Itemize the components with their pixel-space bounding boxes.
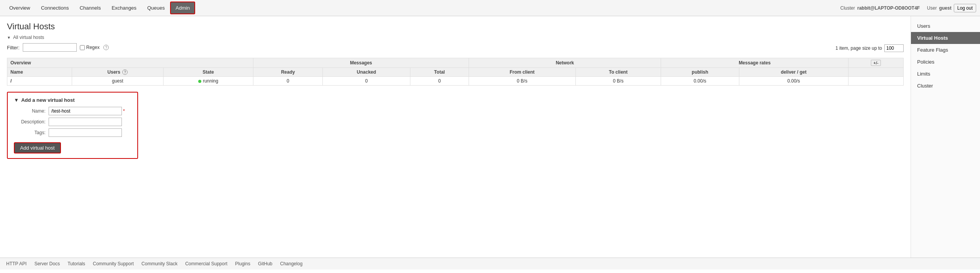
nav-item-overview[interactable]: Overview <box>4 1 35 15</box>
cell-actions <box>848 77 904 86</box>
sidebar-item-policies[interactable]: Policies <box>911 56 980 68</box>
regex-checkbox[interactable] <box>80 45 85 50</box>
cell-publish: 0.00/s <box>661 77 739 86</box>
col-unacked: Unacked <box>323 68 410 77</box>
col-group-network: Network <box>469 58 661 68</box>
tags-label: Tags: <box>14 130 49 135</box>
main-layout: Virtual Hosts ▼ All virtual hosts Filter… <box>0 16 980 258</box>
name-input[interactable] <box>49 107 122 115</box>
filter-input[interactable] <box>23 43 77 52</box>
plus-minus-button[interactable]: +/- <box>871 60 880 66</box>
sidebar-item-cluster[interactable]: Cluster <box>911 80 980 92</box>
sidebar: UsersVirtual HostsFeature FlagsPoliciesL… <box>911 16 980 258</box>
tags-row: Tags: <box>14 128 131 137</box>
nav-right: Cluster rabbit@LAPTOP-OD8OOT4F User gues… <box>840 4 976 12</box>
section-header: ▼ All virtual hosts <box>7 35 904 40</box>
cell-deliver-get: 0.00/s <box>739 77 848 86</box>
vhost-table: Overview Messages Network Message rates … <box>7 58 904 86</box>
nav-item-exchanges[interactable]: Exchanges <box>106 1 142 15</box>
col-group-messages: Messages <box>253 58 469 68</box>
table-row: / guest running 0 0 0 0 B/s 0 B/s 0.00/s… <box>7 77 904 86</box>
sidebar-item-virtual-hosts[interactable]: Virtual Hosts <box>911 32 980 44</box>
add-vhost-title-text: Add a new virtual host <box>21 97 75 103</box>
sidebar-item-limits[interactable]: Limits <box>911 68 980 80</box>
col-deliver-get: deliver / get <box>739 68 848 77</box>
cell-name[interactable]: / <box>7 77 72 86</box>
required-star: * <box>123 108 125 114</box>
footer-link-changelog[interactable]: Changelog <box>280 261 302 266</box>
footer: HTTP APIServer DocsTutorialsCommunity Su… <box>0 258 980 270</box>
sidebar-item-users[interactable]: Users <box>911 20 980 32</box>
name-row: Name: * <box>14 107 131 115</box>
cell-unacked: 0 <box>323 77 410 86</box>
col-publish: publish <box>661 68 739 77</box>
top-nav: OverviewConnectionsChannelsExchangesQueu… <box>0 0 980 16</box>
form-collapse-arrow[interactable]: ▼ <box>14 97 19 103</box>
plus-minus-cell[interactable]: +/- <box>848 58 904 68</box>
page-title: Virtual Hosts <box>7 22 904 32</box>
footer-link-community-slack[interactable]: Community Slack <box>142 261 177 266</box>
cluster-name: rabbit@LAPTOP-OD8OOT4F <box>857 5 920 11</box>
cell-total: 0 <box>410 77 469 86</box>
users-help-icon[interactable]: ? <box>122 69 128 75</box>
nav-item-connections[interactable]: Connections <box>35 1 74 15</box>
page-size-input[interactable] <box>884 44 904 52</box>
footer-link-community-support[interactable]: Community Support <box>93 261 134 266</box>
user-label: User <box>927 5 937 11</box>
page-size-text: 1 item, page size up to <box>835 46 882 51</box>
cell-ready: 0 <box>253 77 323 86</box>
col-to-client: To client <box>575 68 661 77</box>
col-name: Name <box>7 68 72 77</box>
nav-left: OverviewConnectionsChannelsExchangesQueu… <box>4 1 195 15</box>
add-vhost-section: ▼ Add a new virtual host Name: * Descrip… <box>7 92 138 159</box>
cell-from-client: 0 B/s <box>469 77 575 86</box>
description-row: Description: <box>14 118 131 126</box>
running-dot <box>198 80 201 83</box>
cell-to-client: 0 B/s <box>575 77 661 86</box>
col-extra <box>848 68 904 77</box>
filter-label: Filter: <box>7 45 20 51</box>
sidebar-item-feature-flags[interactable]: Feature Flags <box>911 44 980 56</box>
footer-link-plugins[interactable]: Plugins <box>235 261 250 266</box>
page-size-row: 1 item, page size up to <box>835 44 904 52</box>
col-total: Total <box>410 68 469 77</box>
content-area: Virtual Hosts ▼ All virtual hosts Filter… <box>0 16 911 258</box>
footer-link-tutorials[interactable]: Tutorials <box>67 261 85 266</box>
nav-item-queues[interactable]: Queues <box>142 1 170 15</box>
nav-item-channels[interactable]: Channels <box>74 1 106 15</box>
col-users: Users ? <box>72 68 163 77</box>
cluster-label: Cluster <box>840 5 855 11</box>
regex-text: Regex <box>86 45 100 50</box>
nav-item-admin[interactable]: Admin <box>170 2 195 14</box>
regex-label: Regex <box>80 45 100 50</box>
description-label: Description: <box>14 119 49 125</box>
cell-users: guest <box>72 77 163 86</box>
col-ready: Ready <box>253 68 323 77</box>
user-name: guest <box>939 5 951 11</box>
col-state: State <box>163 68 253 77</box>
footer-link-http-api[interactable]: HTTP API <box>6 261 27 266</box>
filter-row: Filter: Regex ? <box>7 43 109 52</box>
help-icon[interactable]: ? <box>103 45 109 50</box>
footer-link-commercial-support[interactable]: Commercial Support <box>185 261 227 266</box>
cell-state: running <box>163 77 253 86</box>
col-group-msgrates: Message rates <box>661 58 848 68</box>
col-from-client: From client <box>469 68 575 77</box>
footer-link-server-docs[interactable]: Server Docs <box>34 261 60 266</box>
footer-link-github[interactable]: GitHub <box>258 261 272 266</box>
tags-input[interactable] <box>49 128 122 137</box>
logout-button[interactable]: Log out <box>954 4 976 12</box>
section-label: All virtual hosts <box>13 35 44 40</box>
collapse-arrow[interactable]: ▼ <box>7 35 11 40</box>
description-input[interactable] <box>49 118 122 126</box>
name-label: Name: <box>14 108 49 114</box>
add-vhost-title: ▼ Add a new virtual host <box>14 97 131 103</box>
add-virtual-host-button[interactable]: Add virtual host <box>14 142 61 153</box>
col-group-overview: Overview <box>7 58 253 68</box>
